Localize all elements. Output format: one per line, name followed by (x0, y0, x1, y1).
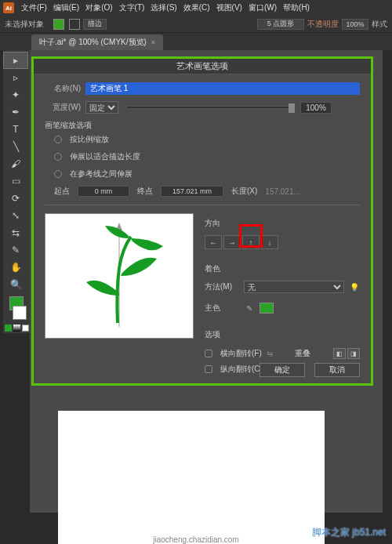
magic-wand-tool-icon[interactable]: ✦ (3, 86, 28, 103)
pen-tool-icon[interactable]: ✒ (3, 103, 28, 121)
stroke-label[interactable]: 描边 (83, 19, 107, 30)
end-label: 终点 (137, 186, 153, 197)
stroke-swatch[interactable] (69, 19, 80, 30)
control-bar: 未选择对象 描边 5 点圆形 不透明度 100% 样式 (0, 16, 392, 33)
eyedropper-icon[interactable]: ✎ (244, 303, 255, 314)
style-label: 样式 (372, 19, 387, 30)
menu-help[interactable]: 帮助(H) (281, 2, 312, 14)
opt-stretch-guides: 在参考线之间伸展 (70, 169, 132, 180)
overlap-opt-b[interactable]: ◨ (347, 348, 360, 359)
document-tabs: 叶子.ai* @ 100% (CMYK/预览) × (0, 33, 392, 50)
options-header: 选项 (205, 329, 360, 340)
selection-tool-icon[interactable]: ▸ (3, 52, 28, 69)
dialog-title: 艺术画笔选项 (34, 59, 371, 74)
direction-up-button[interactable]: ↑ (242, 235, 260, 249)
flip-h-checkbox[interactable] (205, 350, 212, 357)
length-value: 157.021... (265, 187, 299, 196)
main-color-swatch[interactable] (260, 303, 274, 314)
direction-header: 方向 (205, 218, 360, 229)
opacity-label: 不透明度 (307, 19, 339, 30)
flip-h-icon: ⇋ (267, 350, 273, 358)
width-tool-icon[interactable]: ⇆ (3, 224, 28, 241)
main-color-label: 主色 (205, 303, 239, 314)
width-slider[interactable] (126, 106, 292, 109)
cancel-button[interactable]: 取消 (314, 363, 360, 377)
line-tool-icon[interactable]: ╲ (3, 138, 28, 155)
artboard (58, 411, 325, 544)
scale-options-header: 画笔缩放选项 (45, 120, 360, 131)
scale-tool-icon[interactable]: ⤡ (3, 207, 28, 224)
name-input[interactable]: 艺术画笔 1 (85, 82, 360, 95)
document-tab-title: 叶子.ai* @ 100% (CMYK/预览) (39, 37, 147, 48)
document-tab[interactable]: 叶子.ai* @ 100% (CMYK/预览) × (31, 34, 163, 50)
type-tool-icon[interactable]: T (3, 121, 28, 138)
width-percent[interactable]: 100% (300, 102, 332, 114)
menu-file[interactable]: 文件(F) (19, 2, 49, 14)
direction-left-button[interactable]: ← (205, 235, 222, 249)
name-label: 名称(N) (45, 83, 81, 94)
opt-proportional: 按比例缩放 (70, 134, 109, 145)
menu-object[interactable]: 对象(O) (83, 2, 114, 14)
close-icon[interactable]: × (151, 38, 155, 46)
hand-tool-icon[interactable]: ✋ (3, 259, 28, 276)
width-label: 宽度(W) (45, 102, 81, 113)
brush-picker[interactable]: 5 点圆形 (257, 19, 304, 30)
colorization-header: 着色 (205, 263, 360, 274)
menu-select[interactable]: 选择(S) (148, 2, 179, 14)
brush-tool-icon[interactable]: 🖌 (3, 155, 28, 172)
direction-down-button[interactable]: ↓ (261, 235, 278, 249)
method-label: 方法(M) (205, 281, 239, 292)
color-mode-swatches[interactable] (3, 325, 30, 332)
tools-panel: ▸ ▹ ✦ ✒ T ╲ 🖌 ▭ ⟳ ⤡ ⇆ ✎ ✋ 🔍 (3, 50, 30, 333)
start-input[interactable]: 0 mm (78, 186, 129, 197)
eyedropper-tool-icon[interactable]: ✎ (3, 241, 28, 259)
tip-icon[interactable]: 💡 (349, 281, 360, 292)
art-brush-options-dialog: 艺术画笔选项 名称(N) 艺术画笔 1 宽度(W) 固定 100% 画笔缩放选项… (31, 56, 373, 386)
rotate-tool-icon[interactable]: ⟳ (3, 190, 28, 207)
selection-status: 未选择对象 (5, 19, 44, 30)
width-mode-select[interactable]: 固定 (85, 101, 118, 114)
radio-stretch-guides[interactable] (54, 170, 62, 178)
flip-h-label: 横向翻转(F) (220, 348, 262, 359)
overlap-opt-a[interactable]: ◧ (333, 348, 346, 359)
menu-type[interactable]: 文字(T) (117, 2, 147, 14)
length-label: 长度(X) (231, 186, 257, 197)
menu-edit[interactable]: 编辑(E) (51, 2, 82, 14)
brush-preview (45, 213, 194, 339)
flip-v-checkbox[interactable] (205, 365, 212, 373)
radio-stretch-fit[interactable] (54, 153, 62, 161)
menu-view[interactable]: 视图(V) (214, 2, 245, 14)
start-label: 起点 (54, 186, 70, 197)
ok-button[interactable]: 确定 (260, 363, 305, 377)
end-input[interactable]: 157.021 mm (161, 186, 223, 197)
background-swatch[interactable] (13, 306, 27, 320)
direct-select-tool-icon[interactable]: ▹ (3, 69, 28, 86)
app-logo: Ai (3, 2, 14, 13)
menu-window[interactable]: 窗口(W) (246, 2, 279, 14)
radio-proportional[interactable] (54, 136, 62, 143)
menu-bar: Ai 文件(F) 编辑(E) 对象(O) 文字(T) 选择(S) 效果(C) 视… (0, 0, 392, 16)
shape-tool-icon[interactable]: ▭ (3, 172, 28, 190)
overlap-label: 重叠 (295, 348, 310, 359)
menu-effect[interactable]: 效果(C) (181, 2, 212, 14)
opt-stretch-fit: 伸展以适合描边长度 (70, 151, 140, 162)
method-select[interactable]: 无 (244, 281, 344, 293)
zoom-tool-icon[interactable]: 🔍 (3, 276, 28, 293)
watermark-text: 脚本之家 jb51.net (312, 526, 386, 539)
opacity-value[interactable]: 100% (342, 19, 368, 30)
watermark-source: jiaocheng.chazidian.com (153, 535, 239, 544)
fill-swatch[interactable] (53, 19, 64, 30)
flip-v-label: 纵向翻转(C) (220, 364, 263, 375)
direction-right-button[interactable]: → (223, 235, 241, 249)
